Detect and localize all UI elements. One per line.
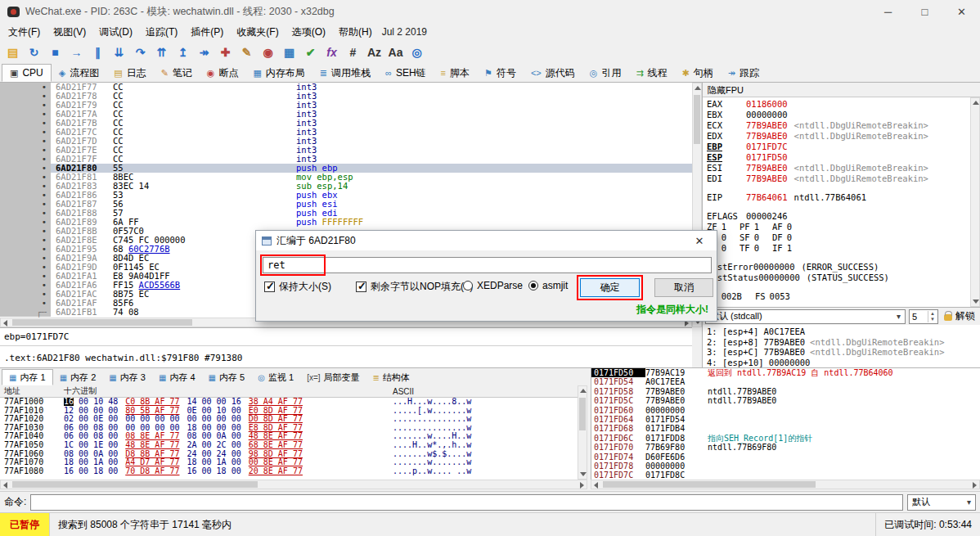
view-tab[interactable]: ▣CPU — [2, 64, 52, 82]
register-row[interactable]: EFLAGS00000246 — [707, 211, 966, 222]
dump-tab[interactable]: [x=]局部变量 — [300, 369, 366, 385]
register-row[interactable]: ZF1PF1AF0 — [707, 222, 966, 232]
view-tab[interactable]: ↠跟踪 — [721, 64, 766, 82]
disasm-row[interactable]: •6AD21F8383EC 14sub esp,14 — [0, 182, 692, 191]
stack-row[interactable]: 0171FD640171FD54 — [591, 415, 980, 424]
view-tab[interactable]: ⚑符号 — [477, 64, 524, 82]
stack-row[interactable]: 0171FD680171FDB4 — [591, 424, 980, 433]
register-row[interactable]: ECX77B9ABE0<ntdll.DbgUiRemoteBreakin> — [707, 120, 966, 131]
view-tab[interactable]: ◎引用 — [582, 64, 629, 82]
register-row[interactable]: LastStatus00000000(STATUS_SUCCESS) — [707, 273, 966, 283]
scroll-up-arrow-icon[interactable] — [580, 389, 587, 393]
step-out-icon[interactable]: ↥ — [173, 43, 193, 61]
hash-icon[interactable]: # — [343, 43, 363, 61]
register-row[interactable]: EBX00000000 — [707, 110, 966, 120]
pause-icon[interactable]: ∥ — [88, 43, 108, 61]
hide-fpu-button[interactable]: 隐藏FPU — [703, 83, 980, 97]
scroll-thumb[interactable] — [579, 398, 586, 430]
command-profile-dropdown[interactable]: 默认 ▾ — [907, 494, 976, 511]
patches-icon[interactable]: ✚ — [215, 43, 236, 61]
register-row[interactable]: ESI77B9ABE0<ntdll.DbgUiRemoteBreakin> — [707, 163, 966, 173]
calculator-fx-icon[interactable]: fx — [321, 43, 342, 61]
menu-item[interactable]: 选项(O) — [285, 23, 332, 42]
disasm-row[interactable]: •6AD21F7BCCint3 — [0, 119, 692, 128]
disasm-row[interactable]: •6AD21F896A FFpush FFFFFFFF — [0, 218, 692, 227]
stack-row[interactable]: 0171FD54A0C17EEA — [591, 377, 980, 386]
menu-item[interactable]: 调试(D) — [92, 23, 139, 42]
step-into-icon[interactable]: ⇊ — [109, 43, 129, 61]
dump-tab[interactable]: ▦内存 3 — [102, 369, 152, 385]
scroll-down-arrow-icon[interactable] — [973, 300, 979, 304]
dump-tab[interactable]: ◎监视 1 — [251, 369, 300, 385]
run-icon[interactable]: → — [66, 43, 87, 61]
argument-count-stepper[interactable]: 5 ▲▼ — [909, 309, 938, 324]
scroll-right-arrow-icon[interactable] — [580, 482, 584, 489]
disasm-row[interactable]: •6AD21F79CCint3 — [0, 101, 692, 110]
view-tab[interactable]: ◈流程图 — [52, 64, 106, 82]
view-tab[interactable]: ◉断点 — [200, 64, 246, 82]
comment-icon[interactable]: ✎ — [236, 43, 257, 61]
cancel-button[interactable]: 取消 — [654, 278, 713, 297]
dialog-close-icon[interactable]: ✕ — [688, 235, 711, 247]
view-tab[interactable]: ≡脚本 — [434, 64, 477, 82]
view-tab[interactable]: ⇉线程 — [628, 64, 674, 82]
stack-row[interactable]: 0171FD74D60FE6D6 — [591, 453, 980, 462]
menu-item[interactable]: 追踪(T) — [139, 23, 184, 42]
execute-till-return-icon[interactable]: ⇈ — [151, 43, 172, 61]
menu-item[interactable]: 视图(V) — [47, 23, 92, 42]
disasm-row[interactable]: •6AD21F7FCCint3 — [0, 155, 692, 164]
dump-tab[interactable]: ▦内存 1 — [2, 369, 53, 385]
registers-vertical-scrollbar[interactable] — [970, 97, 980, 307]
command-input[interactable] — [30, 494, 903, 511]
dialog-radio-xedparse[interactable]: XEDParse — [463, 280, 523, 291]
dump-row[interactable]: 77AF108016 00 18 0070 D8 AF 7716 00 18 0… — [0, 467, 578, 476]
disasm-row[interactable]: •6AD21F8756push esi — [0, 200, 692, 209]
calling-convention-dropdown[interactable]: 默认 (stdcall) ▾ — [705, 309, 906, 324]
menu-item[interactable]: 文件(F) — [2, 23, 47, 42]
stack-row[interactable]: 0171FD7800000000 — [591, 462, 980, 471]
maximize-button[interactable]: □ — [906, 0, 943, 23]
memory-dump-table[interactable]: 77AF100016 00 10 48C0 8B AF 7714 00 00 1… — [0, 398, 578, 480]
scroll-thumb[interactable] — [603, 481, 816, 488]
disasm-row[interactable]: •6AD21F7DCCint3 — [0, 137, 692, 146]
dialog-radio-asmjit[interactable]: asmjit — [528, 280, 568, 291]
strings-az-icon[interactable]: Az — [364, 43, 384, 61]
disasm-row[interactable]: •6AD21F77CCint3 — [0, 83, 692, 92]
dump-tab[interactable]: ▦内存 2 — [53, 369, 103, 385]
view-tab[interactable]: ▦内存布局 — [245, 64, 312, 82]
register-row[interactable]: LastError00000000(ERROR_SUCCESS) — [707, 262, 966, 273]
scroll-thumb[interactable] — [12, 319, 192, 326]
stack-view[interactable]: 0171FD5077B9AC19返回到 ntdll.77B9AC19 自 ntd… — [591, 367, 980, 480]
disasm-row[interactable]: •6AD21F7CCCint3 — [0, 128, 692, 137]
stack-row[interactable]: 0171FD6C0171FDD8指向SEH_Record[1]的指针 — [591, 434, 980, 443]
disasm-row[interactable]: •6AD21F8653push ebx — [0, 191, 692, 200]
register-row[interactable]: ESP0171FD50 — [707, 152, 966, 163]
restart-icon[interactable]: ↻ — [24, 43, 44, 61]
view-tab[interactable]: <>源代码 — [524, 64, 582, 82]
scroll-left-arrow-icon[interactable] — [3, 320, 7, 327]
stack-argument-row[interactable]: 4: [esp+10] 00000000 — [707, 358, 976, 368]
dump-tab[interactable]: ▦内存 5 — [202, 369, 252, 385]
ok-button[interactable]: 确定 — [580, 278, 640, 297]
view-tab[interactable]: ▤日志 — [106, 64, 153, 82]
minimize-button[interactable]: ─ — [870, 0, 906, 23]
animate-over-icon[interactable]: ↠ — [194, 43, 214, 61]
dump-tab[interactable]: ≣结构体 — [366, 369, 416, 385]
stack-row[interactable]: 0171FD5077B9AC19返回到 ntdll.77B9AC19 自 ntd… — [591, 368, 980, 377]
scroll-up-arrow-icon[interactable] — [973, 101, 979, 105]
stack-argument-row[interactable]: 2: [esp+8] 77B9ABE0<ntdll.DbgUiRemoteBre… — [707, 337, 976, 348]
scroll-right-arrow-icon[interactable] — [973, 482, 977, 489]
scroll-thumb[interactable] — [694, 95, 700, 144]
register-row[interactable]: EIP77B64061ntdll.77B64061 — [707, 192, 966, 203]
dump-horizontal-scrollbar[interactable] — [0, 480, 587, 489]
disasm-row[interactable]: •6AD21F7ACCint3 — [0, 110, 692, 119]
stack-horizontal-scrollbar[interactable] — [591, 480, 980, 489]
menu-item[interactable]: 收藏夹(F) — [230, 23, 285, 42]
open-file-icon[interactable]: ▤ — [2, 43, 23, 61]
disasm-row[interactable]: •6AD21F78CCint3 — [0, 92, 692, 101]
stack-argument-row[interactable]: 1: [esp+4] A0C17EEA — [707, 327, 976, 337]
register-row[interactable]: EDI77B9ABE0<ntdll.DbgUiRemoteBreakin> — [707, 173, 966, 184]
dialog-checkbox-2[interactable]: 剩余字节以NOP填充(F) — [356, 280, 473, 294]
scroll-thumb[interactable] — [12, 481, 258, 488]
preferences-check-icon[interactable]: ✔ — [300, 43, 321, 61]
